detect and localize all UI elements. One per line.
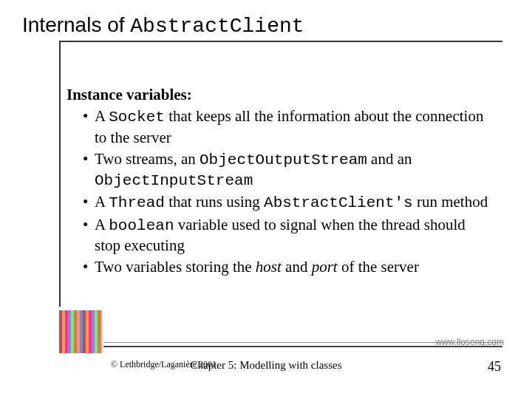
text: Two variables storing the [95,258,256,276]
instance-vars-heading: Instance variables: [66,85,491,105]
code: ObjectInputStream [95,172,253,189]
em: host [256,258,282,276]
slide-title: Internals of AbstractClient [22,13,304,38]
list-item: Two streams, an ObjectOutputStream and a… [83,149,491,191]
text: A [95,216,109,233]
page-number: 45 [488,359,501,375]
code: Thread [109,194,165,211]
list-item: A Socket that keeps all the information … [83,106,491,148]
em: port [312,258,338,276]
decorative-stripe-icon [59,310,102,353]
footer-divider [103,346,502,347]
list-item: A Thread that runs using AbstractClient'… [83,192,491,213]
title-prefix: Internals of [22,13,130,36]
text: A [95,193,109,211]
side-divider [59,41,61,307]
list-item: A boolean variable used to signal when t… [83,215,491,256]
list-item: Two variables storing the host and port … [83,257,491,277]
top-divider [59,41,502,42]
footer: © Lethbridge/Laganière 2001 Chapter 5: M… [0,359,532,381]
text: of the server [338,258,419,276]
code: ObjectOutputStream [200,151,367,168]
title-mono: AbstractClient [130,15,304,38]
content-block: Instance variables: A Socket that keeps … [66,85,491,279]
code: Socket [109,109,165,126]
code: AbstractClient's [264,194,413,211]
instance-vars-list: A Socket that keeps all the information … [83,106,491,277]
chapter-label: Chapter 5: Modelling with classes [191,359,342,372]
text: run method [413,193,488,211]
text: and [282,258,312,276]
code: boolean [109,217,174,234]
text: Two streams, an [95,150,200,168]
text: A [95,107,109,125]
text: that runs using [165,193,264,211]
text: and an [367,150,412,168]
